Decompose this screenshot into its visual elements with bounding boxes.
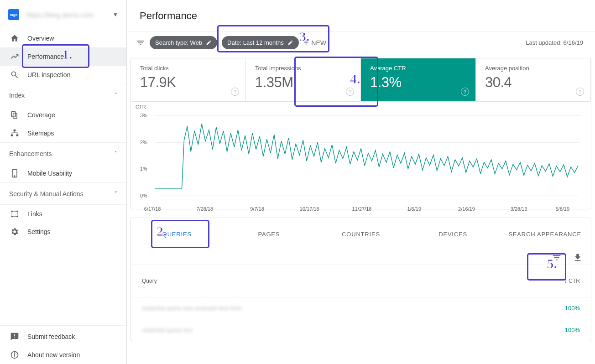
chevron-up-icon: ˄ xyxy=(114,150,117,157)
search-icon xyxy=(9,69,20,80)
sidebar-item-mobile-usability[interactable]: Mobile Usability xyxy=(0,164,126,182)
ctr-cell: 100% xyxy=(539,327,580,333)
sidebar-item-links[interactable]: Links xyxy=(0,204,126,223)
sidebar-item-label: Overview xyxy=(27,35,54,42)
filter-icon[interactable] xyxy=(136,38,145,47)
metric-total-impressions[interactable]: Total impressions 1.35M ? xyxy=(246,58,361,101)
svg-rect-4 xyxy=(16,135,18,136)
sidebar-item-label: Coverage xyxy=(27,111,55,119)
property-logo-icon: logo xyxy=(8,9,19,20)
column-query[interactable]: Query xyxy=(142,278,539,284)
tabs-card: QUERIES PAGES COUNTRIES DEVICES SEARCH A… xyxy=(130,218,591,341)
help-icon[interactable]: ? xyxy=(346,88,354,96)
coverage-icon xyxy=(9,109,20,120)
chevron-up-icon: ˄ xyxy=(114,92,117,99)
sidebar-item-label: Performance xyxy=(27,53,64,60)
sidebar-item-settings[interactable]: Settings xyxy=(0,223,126,241)
tab-search-appearance[interactable]: SEARCH APPEARANCE xyxy=(499,218,591,248)
svg-rect-2 xyxy=(14,130,16,131)
tabs-row: QUERIES PAGES COUNTRIES DEVICES SEARCH A… xyxy=(131,218,591,248)
table-row[interactable]: redacted query one example text here 100… xyxy=(131,297,591,319)
metrics-card: Total clicks 17.9K ? Total impressions 1… xyxy=(130,58,591,102)
table-row[interactable]: redacted query two 100% xyxy=(131,319,591,341)
sitemap-icon xyxy=(9,128,20,139)
tab-devices[interactable]: DEVICES xyxy=(407,218,499,248)
column-ctr[interactable]: ↓ CTR xyxy=(539,278,580,284)
sidebar-item-coverage[interactable]: Coverage xyxy=(0,106,126,124)
trending-icon xyxy=(9,51,20,62)
section-security[interactable]: Security & Manual Actions ˅ xyxy=(0,182,126,204)
info-icon xyxy=(9,349,20,360)
mobile-icon xyxy=(9,168,20,179)
sidebar-item-sitemaps[interactable]: Sitemaps xyxy=(0,124,126,142)
chevron-down-icon: ▼ xyxy=(113,11,118,18)
table-header: Query ↓ CTR 5. xyxy=(131,265,591,297)
sidebar-item-overview[interactable]: Overview xyxy=(0,29,126,47)
svg-point-6 xyxy=(14,176,15,177)
add-filter-button[interactable]: + NEW xyxy=(303,37,326,48)
metric-total-clicks[interactable]: Total clicks 17.9K ? xyxy=(131,58,246,101)
gear-icon xyxy=(9,226,20,237)
property-selector[interactable]: logo https://blog.demo.com ▼ xyxy=(0,0,126,29)
filter-bar: Search type: Web Date: Last 12 months + … xyxy=(127,31,595,54)
sidebar-item-label: URL inspection xyxy=(27,71,70,78)
svg-rect-1 xyxy=(13,113,17,119)
help-icon[interactable]: ? xyxy=(461,88,469,96)
pencil-icon xyxy=(206,40,212,46)
sidebar-item-label: Settings xyxy=(27,228,51,235)
chip-search-type[interactable]: Search type: Web xyxy=(150,36,217,49)
query-cell: redacted query two xyxy=(142,327,539,333)
query-cell: redacted query one example text here xyxy=(142,305,539,312)
sidebar-item-label: About new version xyxy=(27,351,80,359)
table-tools xyxy=(131,248,591,265)
section-index[interactable]: Index ˄ xyxy=(0,84,126,106)
section-enhancements[interactable]: Enhancements ˄ xyxy=(0,142,126,164)
page-title: Performance xyxy=(127,0,595,31)
last-updated: Last updated: 6/16/19 xyxy=(526,39,587,46)
metric-average-position[interactable]: Average position 30.4 ? xyxy=(476,58,591,101)
sidebar-item-feedback[interactable]: Submit feedback xyxy=(0,328,126,346)
chip-date[interactable]: Date: Last 12 months xyxy=(222,36,299,49)
tab-countries[interactable]: COUNTRIES xyxy=(315,218,407,248)
sidebar-item-label: Links xyxy=(27,210,42,218)
svg-point-13 xyxy=(14,353,15,354)
sidebar: logo https://blog.demo.com ▼ Overview Pe… xyxy=(0,0,127,364)
sidebar-item-about[interactable]: About new version xyxy=(0,346,126,364)
property-name: https://blog.demo.com xyxy=(26,11,113,19)
chart-card: CTR 3% 2% 1% 0% 6/17/18 7/28/18 9/7/18 1… xyxy=(130,101,591,209)
sidebar-item-label: Sitemaps xyxy=(27,130,54,137)
ctr-cell: 100% xyxy=(539,305,580,312)
svg-rect-3 xyxy=(11,135,13,136)
tab-pages[interactable]: PAGES xyxy=(223,218,315,248)
chevron-down-icon: ˅ xyxy=(114,190,117,198)
help-icon[interactable]: ? xyxy=(576,88,584,96)
home-icon xyxy=(9,33,20,44)
plus-icon: + xyxy=(303,37,309,48)
pencil-icon xyxy=(287,40,293,46)
sidebar-item-label: Mobile Usability xyxy=(27,170,72,177)
feedback-icon xyxy=(9,331,20,342)
sort-desc-icon: ↓ xyxy=(564,278,567,284)
sidebar-item-label: Submit feedback xyxy=(27,333,75,340)
download-icon[interactable] xyxy=(573,253,583,263)
main-content: Performance Search type: Web Date: Last … xyxy=(127,0,595,364)
sidebar-item-performance[interactable]: Performance 1. xyxy=(0,47,126,66)
help-icon[interactable]: ? xyxy=(231,88,239,96)
ctr-line-chart: CTR 3% 2% 1% 0% 6/17/18 7/28/18 9/7/18 1… xyxy=(144,108,580,203)
sidebar-item-url-inspection[interactable]: URL inspection xyxy=(0,66,126,84)
filter-rows-icon[interactable] xyxy=(552,253,562,263)
tab-queries[interactable]: QUERIES xyxy=(131,218,223,248)
links-icon xyxy=(9,208,20,219)
metric-average-ctr[interactable]: Average CTR 1.3% ? xyxy=(361,58,476,101)
